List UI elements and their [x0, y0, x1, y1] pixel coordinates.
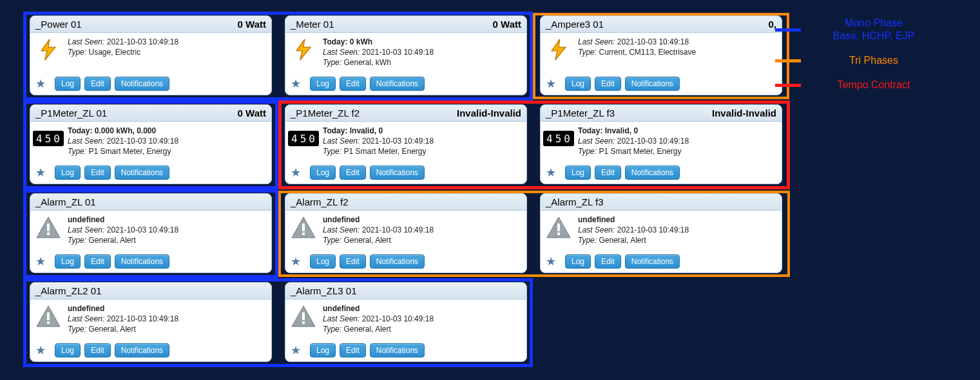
type-label: Type: [578, 147, 597, 156]
log-button[interactable]: Log [565, 166, 591, 180]
notifications-button[interactable]: Notifications [115, 77, 169, 91]
card-info: Today: Invalid, 0Last Seen: 2021-10-03 1… [578, 126, 689, 157]
legend-label: Tempo Contract [819, 79, 928, 91]
card-title: _Ampere3 01 [546, 19, 604, 30]
card-info: Last Seen: 2021-10-03 10:49:18Type: Curr… [578, 37, 696, 62]
card-line1: Today: Invalid, 0 [578, 126, 689, 136]
svg-rect-17 [302, 321, 305, 324]
card-info: Today: Invalid, 0Last Seen: 2021-10-03 1… [323, 126, 434, 157]
last-seen-label: Last Seen: [68, 137, 104, 146]
card-title: _Alarm_ZL3 01 [291, 285, 357, 296]
card-value: 0 Watt [238, 19, 266, 30]
card-line1: Today: Invalid, 0 [323, 126, 434, 136]
last-seen-value: 2021-10-03 10:49:18 [107, 37, 178, 46]
device-card: _Alarm_ZL2 01undefinedLast Seen: 2021-10… [23, 278, 278, 367]
card-info: undefinedLast Seen: 2021-10-03 10:49:18T… [68, 303, 178, 335]
notifications-button[interactable]: Notifications [370, 254, 425, 269]
card-value: Invalid-Invalid [712, 108, 776, 119]
alert-icon [291, 214, 316, 240]
last-seen-label: Last Seen: [323, 137, 360, 146]
notifications-button[interactable]: Notifications [115, 166, 169, 180]
favorite-star-icon[interactable]: ★ [291, 78, 301, 90]
log-button[interactable]: Log [565, 77, 591, 91]
last-seen-label: Last Seen: [323, 225, 360, 234]
favorite-star-icon[interactable]: ★ [291, 167, 301, 178]
notifications-button[interactable]: Notifications [625, 166, 680, 180]
device-card: _P1Meter_ZL f3Invalid-Invalid450Today: I… [533, 100, 789, 189]
edit-button[interactable]: Edit [340, 343, 366, 357]
notifications-button[interactable]: Notifications [625, 254, 680, 269]
log-button[interactable]: Log [310, 77, 336, 91]
alert-icon [291, 303, 316, 329]
device-card: _Alarm_ZL3 01undefinedLast Seen: 2021-10… [278, 278, 533, 367]
log-button[interactable]: Log [55, 254, 81, 269]
card-title: _Alarm_ZL f2 [291, 196, 348, 207]
edit-button[interactable]: Edit [340, 166, 366, 180]
type-value: Usage, Electric [88, 48, 140, 57]
bolt-icon [291, 37, 316, 62]
card-line1: Today: 0.000 kWh, 0.000 [68, 126, 178, 136]
type-label: Type: [323, 325, 341, 334]
notifications-button[interactable]: Notifications [115, 254, 169, 269]
log-button[interactable]: Log [55, 77, 81, 91]
log-button[interactable]: Log [310, 166, 336, 180]
device-card: _P1Meter_ZL f2Invalid-Invalid450Today: I… [278, 100, 533, 189]
last-seen-label: Last Seen: [323, 314, 360, 323]
notifications-button[interactable]: Notifications [370, 343, 425, 357]
legend-row: Tempo Contract [775, 79, 928, 91]
favorite-star-icon[interactable]: ★ [35, 167, 46, 178]
legend-row: Mono PhaseBase, HCHP, EJP [775, 17, 928, 43]
alert-icon [35, 214, 61, 240]
edit-button[interactable]: Edit [84, 254, 111, 269]
legend-row: Tri Phases [775, 54, 928, 67]
favorite-star-icon[interactable]: ★ [291, 256, 301, 267]
notifications-button[interactable]: Notifications [370, 77, 425, 91]
edit-button[interactable]: Edit [340, 77, 366, 91]
edit-button[interactable]: Edit [84, 166, 111, 180]
type-value: General, Alert [88, 325, 135, 334]
favorite-star-icon[interactable]: ★ [35, 78, 46, 90]
log-button[interactable]: Log [310, 343, 336, 357]
log-button[interactable]: Log [310, 254, 336, 269]
last-seen-value: 2021-10-03 10:49:18 [107, 314, 178, 323]
type-value: General, Alert [343, 236, 390, 245]
card-info: undefinedLast Seen: 2021-10-03 10:49:18T… [323, 303, 434, 335]
card-value: Invalid-Invalid [457, 108, 521, 119]
type-value: P1 Smart Meter, Energy [599, 147, 681, 156]
notifications-button[interactable]: Notifications [370, 166, 425, 180]
type-value: General, Alert [599, 236, 646, 245]
card-title: _Meter 01 [291, 19, 334, 30]
edit-button[interactable]: Edit [595, 166, 621, 180]
card-title: _P1Meter_ZL f2 [291, 108, 360, 119]
svg-marker-0 [41, 39, 55, 60]
card-title: _Alarm_ZL f3 [546, 196, 603, 207]
favorite-star-icon[interactable]: ★ [291, 345, 301, 356]
last-seen-value: 2021-10-03 10:49:18 [362, 48, 434, 57]
last-seen-value: 2021-10-03 10:49:18 [617, 37, 689, 46]
edit-button[interactable]: Edit [84, 77, 111, 91]
type-label: Type: [578, 236, 597, 245]
device-card: _Ampere3 010,Last Seen: 2021-10-03 10:49… [533, 12, 789, 100]
legend-label: Mono PhaseBase, HCHP, EJP [819, 17, 928, 43]
favorite-star-icon[interactable]: ★ [546, 78, 556, 90]
favorite-star-icon[interactable]: ★ [35, 256, 46, 267]
edit-button[interactable]: Edit [595, 77, 621, 91]
type-value: P1 Smart Meter, Energy [88, 147, 171, 156]
favorite-star-icon[interactable]: ★ [546, 256, 556, 267]
log-button[interactable]: Log [55, 343, 81, 357]
card-title: _Alarm_ZL2 01 [35, 285, 102, 296]
favorite-star-icon[interactable]: ★ [35, 345, 46, 356]
edit-button[interactable]: Edit [340, 254, 366, 269]
notifications-button[interactable]: Notifications [115, 343, 169, 357]
last-seen-label: Last Seen: [323, 48, 360, 57]
notifications-button[interactable]: Notifications [625, 77, 680, 91]
card-title: _P1Meter_ZL 01 [35, 108, 107, 119]
favorite-star-icon[interactable]: ★ [546, 167, 556, 178]
svg-rect-4 [47, 223, 50, 231]
device-card: _Alarm_ZL f2undefinedLast Seen: 2021-10-… [278, 189, 533, 278]
log-button[interactable]: Log [565, 254, 591, 269]
edit-button[interactable]: Edit [84, 343, 111, 357]
edit-button[interactable]: Edit [595, 254, 621, 269]
last-seen-value: 2021-10-03 10:49:18 [617, 137, 689, 146]
log-button[interactable]: Log [55, 166, 81, 180]
